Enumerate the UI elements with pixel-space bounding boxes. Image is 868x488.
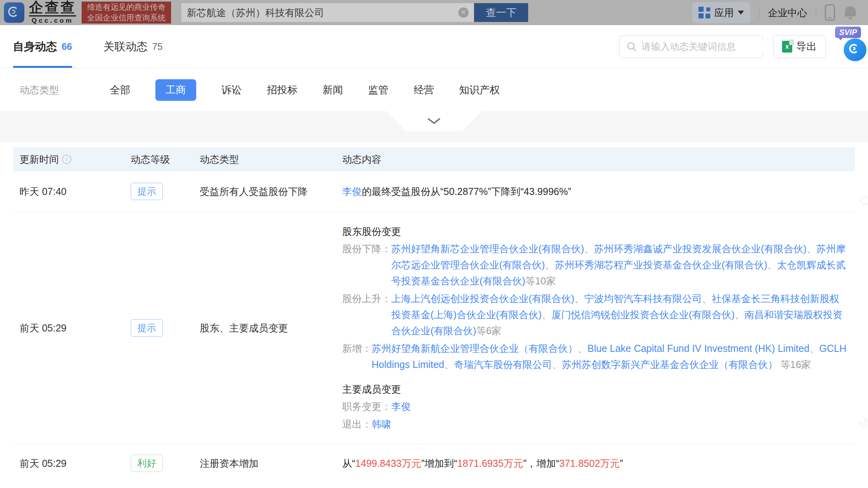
chevron-down-icon: [427, 118, 441, 125]
filter-option-bidding[interactable]: 招投标: [267, 79, 297, 101]
collapse-band: [0, 111, 868, 142]
section-heading: 股东股份变更: [342, 224, 849, 239]
new-shareholders-line: 新增： 苏州好望角新航企业管理合伙企业（有限合伙）、Blue Lake Capi…: [342, 341, 849, 373]
person-link[interactable]: 李俊: [391, 401, 411, 412]
row-time: 昨天 07:40: [13, 185, 131, 198]
dynamics-type-filter: 动态类型 全部 工商 诉讼 招投标 新闻 监管 经营 知识产权: [0, 69, 868, 111]
brand-domain: Qcc.com: [29, 15, 76, 25]
filter-option-business[interactable]: 工商: [155, 79, 196, 101]
dynamics-table: 更新时间 i 动态等级 动态类型 动态内容 昨天 07:40 提示 受益所有人受…: [13, 147, 855, 482]
member-exit-line: 退出： 韩啸: [342, 416, 849, 432]
company-search: ✕ 查一下: [181, 3, 528, 22]
qcc-logo-icon: [4, 2, 24, 23]
section-heading: 主要成员变更: [342, 381, 849, 397]
related-dynamics-count: 75: [152, 41, 163, 52]
collapse-toggle[interactable]: [386, 111, 482, 131]
filter-option-regulation[interactable]: 监管: [368, 79, 388, 101]
slogan-banner: 缔造有远见的商业传奇 全国企业信用查询系统: [82, 2, 171, 24]
company-link[interactable]: 苏州苏创数字新兴产业基金合伙企业（有限合伙）: [562, 359, 778, 370]
row-type: 注册资本增加: [200, 456, 342, 471]
brand-name: 企查查: [29, 0, 76, 15]
person-link[interactable]: 韩啸: [372, 419, 391, 430]
company-link[interactable]: 苏州好望角新芯企业管理合伙企业(有限合伙): [391, 243, 584, 254]
level-badge: 利好: [131, 455, 163, 472]
search-submit-button[interactable]: 查一下: [474, 3, 528, 22]
page: E E M U 3 Q 0E E M U 3 Q 0 E E M U 3 Q 0…: [0, 0, 868, 488]
share-increase-line: 股份上升： 上海上汽创远创业投资合伙企业(有限合伙)、宁波均智汽车科技有限公司、…: [342, 291, 849, 339]
divider: [816, 7, 816, 18]
table-header: 更新时间 i 动态等级 动态类型 动态内容: [13, 147, 855, 171]
excel-icon: x: [782, 41, 792, 53]
company-link[interactable]: 上海上汽创远创业投资合伙企业(有限合伙): [391, 293, 574, 304]
slogan-line2: 全国企业信用查询系统: [87, 13, 166, 23]
filter-option-all[interactable]: 全部: [110, 79, 130, 101]
filter-option-ip[interactable]: 知识产权: [459, 79, 500, 101]
filter-option-news[interactable]: 新闻: [323, 79, 343, 101]
mobile-app-icon[interactable]: [825, 4, 835, 21]
top-header: 企查查 Qcc.com 缔造有远见的商业传奇 全国企业信用查询系统 ✕ 查一下 …: [0, 0, 868, 25]
row-time: 前天 05:29: [13, 322, 131, 335]
company-link[interactable]: 奇瑞汽车股份有限公司: [454, 359, 552, 370]
tab-self-dynamics[interactable]: 自身动态 66: [13, 25, 72, 68]
table-row: 前天 05:29 利好 注册资本增加 从“1499.8433万元”增加到“187…: [13, 444, 855, 482]
share-decrease-line: 股份下降： 苏州好望角新芯企业管理合伙企业(有限合伙)、苏州环秀湖鑫诚产业投资发…: [342, 241, 849, 289]
company-link[interactable]: 苏州环秀湖芯程产业投资基金合伙企业(有限合伙): [555, 259, 768, 270]
col-level: 动态等级: [131, 153, 200, 166]
capital-before: 1499.8433万元: [355, 458, 421, 469]
apps-grid-icon: [698, 7, 710, 18]
info-icon[interactable]: i: [62, 155, 71, 164]
keyword-search-input[interactable]: [642, 41, 763, 52]
top-nav: 应用 企业中心: [692, 2, 868, 23]
table-row: 前天 05:29 提示 股东、主要成员变更 股东股份变更 股份下降： 苏州好望角…: [13, 212, 855, 444]
company-link[interactable]: 宁波均智汽车科技有限公司: [584, 293, 702, 304]
keyword-search[interactable]: [619, 35, 763, 58]
capital-after: 1871.6935万元: [457, 458, 523, 469]
level-badge: 提示: [131, 183, 163, 200]
notifications-icon[interactable]: [844, 5, 857, 20]
divider: [759, 7, 759, 18]
company-link[interactable]: Blue Lake Capital Fund IV Investment (HK…: [587, 343, 810, 354]
clear-search-icon[interactable]: ✕: [458, 7, 469, 18]
chevron-down-icon: [738, 11, 744, 15]
apps-menu[interactable]: 应用: [692, 2, 750, 23]
dynamics-tabs-row: 自身动态 66 关联动态 75 x 导出 SVIP: [0, 25, 868, 68]
table-row: 昨天 07:40 提示 受益所有人受益股份下降 李俊的最终受益股份从“50.28…: [13, 171, 855, 212]
position-change-line: 职务变更： 李俊: [342, 399, 849, 415]
person-link[interactable]: 李俊: [342, 186, 362, 197]
capital-delta: 371.8502万元: [559, 458, 620, 469]
filter-option-operation[interactable]: 经营: [414, 79, 434, 101]
row-time: 前天 05:29: [13, 457, 131, 470]
level-badge: 提示: [131, 319, 163, 337]
enterprise-center-link[interactable]: 企业中心: [768, 6, 807, 19]
row-content: 李俊的最终受益股份从“50.2877%”下降到“43.9996%”: [342, 184, 855, 199]
col-type: 动态类型: [200, 153, 342, 166]
row-content: 从“1499.8433万元”增加到“1871.6935万元”，增加“371.85…: [342, 455, 855, 471]
col-update-time: 更新时间: [20, 153, 59, 166]
svip-badge: SVIP: [835, 27, 861, 38]
self-dynamics-count: 66: [62, 41, 72, 52]
col-content: 动态内容: [342, 153, 855, 166]
row-type: 受益所有人受益股份下降: [200, 184, 342, 199]
slogan-line1: 缔造有远见的商业传奇: [87, 2, 166, 13]
row-content: 股东股份变更 股份下降： 苏州好望角新芯企业管理合伙企业(有限合伙)、苏州环秀湖…: [342, 212, 855, 444]
export-button[interactable]: x 导出: [773, 35, 826, 58]
company-link[interactable]: 苏州好望角新航企业管理合伙企业（有限合伙）: [372, 343, 578, 354]
qcc-float-icon[interactable]: [844, 38, 866, 61]
search-icon: [627, 42, 637, 52]
apps-label: 应用: [714, 6, 734, 19]
filter-label: 动态类型: [20, 84, 59, 97]
filter-option-litigation[interactable]: 诉讼: [221, 79, 242, 101]
row-type: 股东、主要成员变更: [200, 320, 342, 335]
company-search-input[interactable]: [187, 7, 458, 18]
company-link[interactable]: 苏州环秀湖鑫诚产业投资发展合伙企业(有限合伙): [594, 243, 807, 254]
tab-related-dynamics[interactable]: 关联动态 75: [104, 25, 163, 68]
company-link[interactable]: 厦门悦信鸿锐创业投资合伙企业(有限合伙): [551, 309, 735, 320]
qcc-logo[interactable]: 企查查 Qcc.com: [0, 0, 76, 25]
